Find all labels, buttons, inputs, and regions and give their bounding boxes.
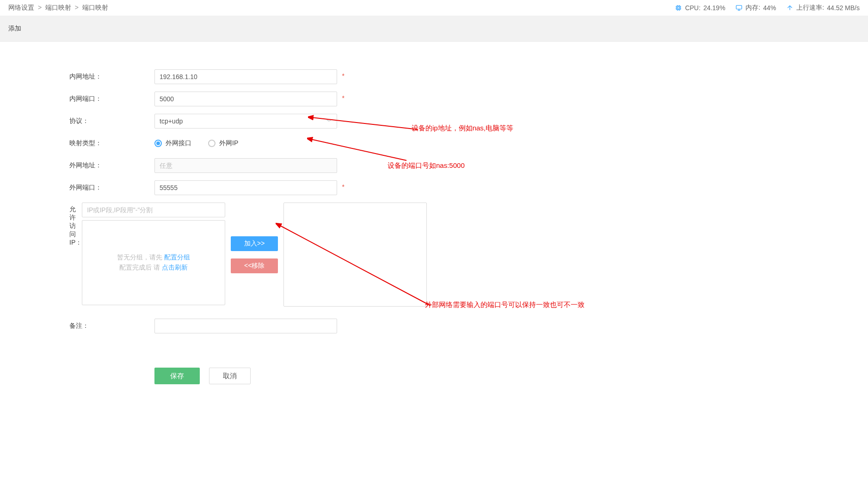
protocol-value: tcp+udp xyxy=(160,117,183,125)
cpu-label: CPU: xyxy=(685,4,700,12)
annotation-port: 设备的端口号如nas:5000 xyxy=(388,161,465,170)
save-button[interactable]: 保存 xyxy=(154,368,200,384)
breadcrumb-sep: > xyxy=(75,4,79,11)
memory-icon xyxy=(735,4,743,12)
required-icon: * xyxy=(342,94,345,102)
upload-label: 上行速率: xyxy=(796,4,824,12)
group-empty-text: 暂无分组，请先 xyxy=(117,253,164,261)
required-icon: * xyxy=(342,183,345,191)
config-group-link[interactable]: 配置分组 xyxy=(164,253,190,261)
internal-address-input[interactable] xyxy=(154,69,337,84)
external-port-label: 外网端口： xyxy=(69,184,154,192)
cancel-button[interactable]: 取消 xyxy=(209,368,251,384)
memory-label: 内存: xyxy=(745,4,760,12)
radio-wan-ip[interactable]: 外网IP xyxy=(208,139,238,148)
status-bar: CPU: 24.19% 内存: 44% 上行速率: 44.52 MB/s xyxy=(675,4,860,12)
radio-icon xyxy=(154,140,162,147)
refresh-link[interactable]: 点击刷新 xyxy=(162,264,188,271)
chevron-down-icon: ﹀ xyxy=(326,117,332,125)
external-address-input xyxy=(154,158,337,173)
breadcrumb-level3: 端口映射 xyxy=(82,4,108,11)
allowed-ip-label: 允许访问IP： xyxy=(69,203,82,247)
svg-rect-0 xyxy=(677,6,680,10)
internal-port-label: 内网端口： xyxy=(69,95,154,103)
external-port-input[interactable] xyxy=(154,180,337,195)
breadcrumb: 网络设置 > 端口映射 > 端口映射 xyxy=(8,4,108,12)
annotation-ip: 设备的ip地址，例如nas,电脑等等 xyxy=(412,124,513,133)
internal-address-label: 内网地址： xyxy=(69,73,154,81)
annotation-ext-port: 外部网络需要输入的端口号可以保持一致也可不一致 xyxy=(425,301,585,309)
protocol-label: 协议： xyxy=(69,117,154,125)
page-subheader: 添加 xyxy=(0,16,868,42)
group-empty-text2: 配置完成后 请 xyxy=(119,264,162,271)
breadcrumb-level1[interactable]: 网络设置 xyxy=(8,4,34,11)
breadcrumb-sep: > xyxy=(38,4,42,11)
cpu-icon xyxy=(675,4,682,12)
group-panel-left: 暂无分组，请先 配置分组 配置完成后 请 点击刷新 xyxy=(82,220,225,305)
radio-label: 外网IP xyxy=(219,139,238,148)
memory-value: 44% xyxy=(763,4,776,12)
mapping-type-label: 映射类型： xyxy=(69,139,154,148)
remark-label: 备注： xyxy=(69,322,154,330)
radio-label: 外网接口 xyxy=(166,139,191,148)
cpu-value: 24.19% xyxy=(703,4,725,12)
external-address-label: 外网地址： xyxy=(69,161,154,170)
form-area: 内网地址： * 内网端口： * 协议： tcp+udp ﹀ 映射类型： 外网接 xyxy=(0,42,342,384)
upload-icon xyxy=(786,4,794,12)
add-button[interactable]: 加入>> xyxy=(231,236,278,251)
radio-wan-interface[interactable]: 外网接口 xyxy=(154,139,191,148)
internal-port-input[interactable] xyxy=(154,92,337,106)
required-icon: * xyxy=(342,72,345,80)
remark-input[interactable] xyxy=(154,319,337,333)
radio-icon xyxy=(208,140,215,147)
allowed-ip-input[interactable] xyxy=(82,203,225,217)
protocol-select[interactable]: tcp+udp ﹀ xyxy=(154,114,337,129)
svg-rect-1 xyxy=(677,7,679,9)
upload-value: 44.52 MB/s xyxy=(827,4,860,12)
breadcrumb-level2[interactable]: 端口映射 xyxy=(45,4,71,11)
topbar: 网络设置 > 端口映射 > 端口映射 CPU: 24.19% 内存: 44% 上… xyxy=(0,0,868,16)
group-panel-right xyxy=(283,203,427,307)
svg-rect-2 xyxy=(736,6,742,9)
remove-button[interactable]: <<移除 xyxy=(231,258,278,273)
